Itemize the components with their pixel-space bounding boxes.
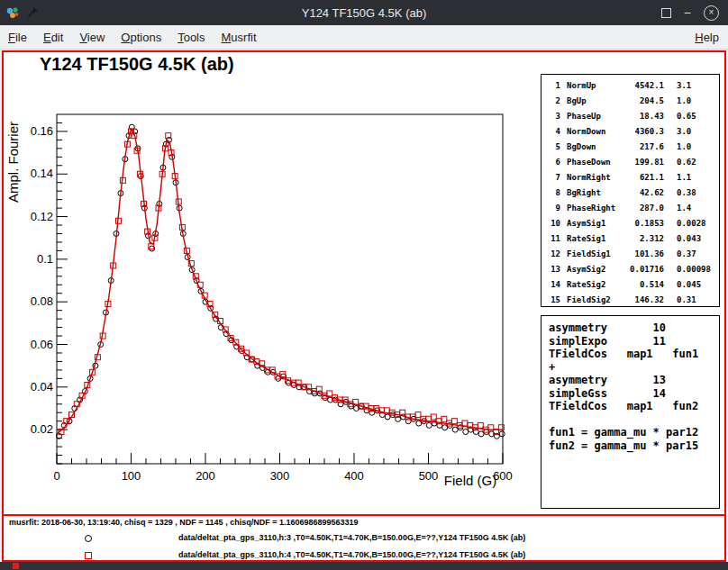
param-row: 14RateSig20.5140.045 [546,277,719,293]
svg-text:0.06: 0.06 [31,338,53,351]
svg-text:500: 500 [419,469,439,483]
bottom-panel [0,562,728,570]
param-row: 7NormRight621.11.1 [546,170,719,185]
svg-text:0.08: 0.08 [31,294,53,308]
menubar: File Edit View Options Tools Musrfit Hel… [0,25,728,50]
param-row: 10AsymSig10.18530.0028 [546,216,719,231]
info-pad: musrfit: 2018-06-30, 13:19:40, chisq = 1… [4,514,724,560]
param-row: 1NormUp4542.13.1 [546,78,719,94]
theory-line: TFieldCos map1 fun2 [549,400,719,413]
theory-line: asymmetry 13 [549,374,719,387]
theory-line: TFieldCos map1 fun1 [549,348,719,361]
svg-text:0.1: 0.1 [37,252,53,266]
y-axis: 0.020.040.060.080.10.120.140.16 [31,122,68,464]
legend: data/deltat_pta_gps_3110,h:3 ,T0=4.50K,T… [4,530,724,565]
square-marker-icon [83,550,94,561]
theory-line: + [549,361,719,375]
param-row: 15FieldSig2146.320.31 [546,293,719,307]
theory-line: asymmetry 10 [549,321,719,335]
svg-text:200: 200 [196,469,215,483]
param-row: 13AsymSig20.017160.00098 [546,262,719,277]
series-squares [59,129,504,435]
menu-options[interactable]: Options [113,31,169,44]
theory-line: fun2 = gamma_mu * par15 [549,439,719,453]
menu-musrfit[interactable]: Musrfit [214,31,265,44]
window-title: Y124 TF150G 4.5K (ab) [302,6,427,20]
param-row: 6PhaseDown199.810.62 [546,155,719,170]
svg-text:0.16: 0.16 [31,124,53,138]
svg-text:0.02: 0.02 [31,422,53,436]
theory-line: simplExpo 11 [549,335,719,348]
svg-text:300: 300 [270,469,290,483]
window-titlebar: Y124 TF150G 4.5K (ab) − × [0,0,728,25]
minimize-icon[interactable]: − [684,6,691,19]
svg-text:100: 100 [122,469,141,483]
fit-parameter-box: 1NormUp4542.13.12BgUp204.51.03PhaseUp18.… [541,74,720,307]
svg-text:0.14: 0.14 [31,167,53,180]
close-icon[interactable]: × [704,5,719,21]
legend-row: data/deltat_pta_gps_3110,h:3 ,T0=4.50K,T… [4,530,724,547]
root-canvas[interactable]: Y124 TF150G 4.5K (ab) 010020030040050060… [2,50,726,562]
tray-icon[interactable] [13,563,19,569]
param-row: 8BgRight42.620.38 [546,185,719,201]
menu-view[interactable]: View [71,31,113,44]
param-row: 12FieldSig1101.360.37 [546,247,719,262]
legend-label: data/deltat_pta_gps_3110,h:3 ,T0=4.50K,T… [178,533,525,542]
menu-tools[interactable]: Tools [169,31,213,44]
x-axis-title: Field (G) [444,473,496,488]
theory-line: simpleGss 14 [549,387,719,401]
svg-text:0.04: 0.04 [31,380,53,394]
theory-line: fun1 = gamma_mu * par12 [549,426,719,439]
plot-canvas[interactable]: 01002003004005006000.020.040.060.080.10.… [4,52,544,502]
svg-text:400: 400 [344,469,364,483]
app-icon[interactable] [5,5,20,20]
circle-marker-icon [83,533,94,544]
svg-text:0: 0 [53,469,59,483]
menu-help[interactable]: Help [686,31,728,44]
legend-label: data/deltat_pta_gps_3110,h:4 ,T0=4.50K,T… [178,550,525,559]
param-row: 11RateSig12.3120.043 [546,231,719,247]
param-row: 5BgDown217.61.0 [546,140,719,155]
param-row: 2BgUp204.51.0 [546,94,719,109]
y-axis-title: Ampl. Fourier [5,122,21,203]
fit-curve [57,130,503,434]
menu-file[interactable]: File [0,31,35,44]
theory-line [549,413,719,427]
param-row: 4NormDown4360.33.0 [546,124,719,140]
menu-edit[interactable]: Edit [35,31,71,44]
theory-box: asymmetry 10simplExpo 11TFieldCos map1 f… [541,315,720,509]
pin-icon[interactable] [27,6,39,19]
param-row: 3PhaseUp18.430.65 [546,109,719,124]
param-row: 9PhaseRight287.01.4 [546,201,719,216]
fit-stats-line: musrfit: 2018-06-30, 13:19:40, chisq = 1… [9,518,358,527]
svg-text:0.12: 0.12 [31,210,53,223]
maximize-icon[interactable] [661,8,671,18]
